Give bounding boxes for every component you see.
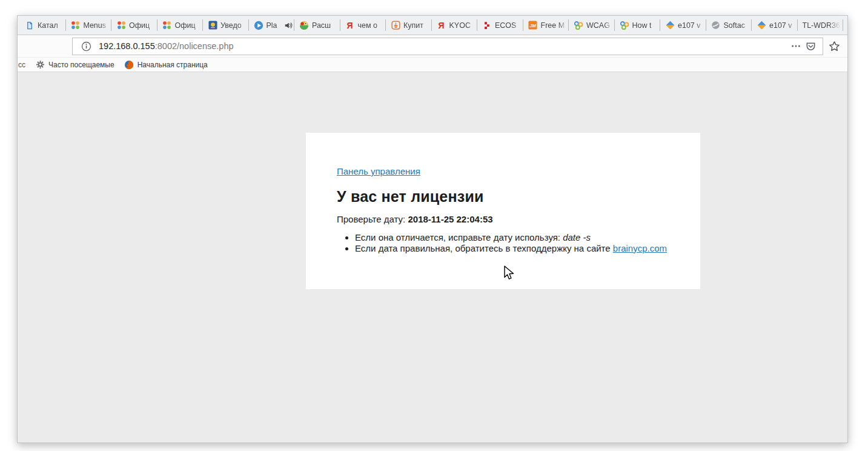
bookmark-home-page[interactable]: Начальная страница [124, 60, 208, 70]
brainycp-link[interactable]: brainycp.com [613, 243, 667, 253]
circles-icon [620, 21, 629, 30]
bookmark-overflow-label[interactable]: сс [18, 61, 25, 69]
tab-7[interactable]: Расш [294, 16, 340, 35]
softaculous-icon [711, 21, 721, 30]
tab-label: e107 v [678, 21, 706, 30]
url-path: :8002/nolicense.php [155, 41, 234, 51]
bookmark-frequently-visited[interactable]: Часто посещаемые [35, 60, 114, 70]
tab-11[interactable]: ECOS [477, 16, 523, 35]
tab-13[interactable]: WCAG [569, 16, 614, 35]
control-panel-link[interactable]: Панель управления [337, 166, 420, 176]
url-host: 192.168.0.155 [99, 41, 155, 51]
tab-2[interactable]: Menus [66, 16, 111, 35]
tab-bar: КаталMenusОфицОфицУведоPlaРасшЯчем оКупи… [18, 16, 847, 35]
tab-10[interactable]: ЯKYOC [432, 16, 477, 35]
bookmark-label: Начальная страница [137, 61, 208, 69]
kyocera-icon [482, 21, 492, 30]
e107-icon [757, 21, 766, 30]
tab-label: e107 v [769, 21, 797, 30]
url-bar[interactable]: 192.168.0.155:8002/nolicense.php [72, 38, 823, 55]
tab-label: How t [632, 21, 660, 30]
yandex-icon: Я [437, 21, 446, 30]
bookmark-label: Часто посещаемые [48, 61, 114, 69]
tab-8[interactable]: Ячем о [340, 16, 386, 35]
pocket-icon[interactable] [803, 39, 818, 53]
check-date-line: Проверьте дату: 2018-11-25 22:04:53 [337, 214, 676, 224]
tab-separator [843, 19, 843, 31]
tab-14[interactable]: How t [615, 16, 660, 35]
tab-9[interactable]: Купит [386, 16, 431, 35]
tab-3[interactable]: Офиц [111, 16, 157, 35]
page-content: Панель управления У вас нет лицензии Про… [18, 72, 847, 443]
bookmark-star-icon[interactable] [826, 38, 843, 55]
url-text[interactable]: 192.168.0.155:8002/nolicense.php [99, 41, 234, 51]
tab-label: WCAG [586, 21, 614, 30]
badge-icon [208, 21, 217, 30]
tab-17[interactable]: e107 v [752, 16, 797, 35]
gear-icon [35, 60, 45, 70]
tab-label: Pla [267, 21, 282, 30]
list-item: Если она отличается, исправьте дату испо… [355, 232, 676, 243]
navigation-toolbar: 192.168.0.155:8002/nolicense.php [18, 35, 847, 58]
tab-15[interactable]: e107 v [660, 16, 706, 35]
bullet-text: Если дата правильная, обратитесь в техпо… [355, 243, 613, 253]
tab-label: Расш [312, 21, 340, 30]
document-icon [25, 21, 35, 30]
tab-label: Катал [38, 21, 65, 30]
yandex-icon: Я [345, 21, 355, 30]
tab-1[interactable]: Катал [20, 16, 65, 35]
tab-label: Softac [724, 21, 752, 30]
joomla-icon [162, 21, 172, 30]
joomla-icon [71, 21, 81, 30]
tab-12[interactable]: JMFree M [523, 16, 569, 35]
list-item: Если дата правильная, обратитесь в техпо… [355, 243, 676, 254]
bookmarks-bar: сс Часто посещаемые Начальная страница [18, 58, 847, 72]
e107-icon [665, 21, 675, 30]
tab-label: Офиц [129, 21, 157, 30]
page-title: У вас нет лицензии [337, 188, 676, 205]
firefox-icon [124, 60, 134, 70]
tab-label: Menus [84, 21, 111, 30]
instructions-list: Если она отличается, исправьте дату испо… [355, 232, 676, 253]
license-error-card: Панель управления У вас нет лицензии Про… [306, 133, 700, 289]
tab-label: чем о [358, 21, 386, 30]
tab-label: Офиц [175, 21, 203, 30]
play-icon [254, 21, 263, 30]
bullet-text: Если она отличается, исправьте дату испо… [355, 232, 563, 242]
tab-audio-icon[interactable] [284, 21, 293, 30]
click-hand-icon [391, 21, 400, 30]
joomla-monster-icon: JM [528, 21, 538, 30]
tab-6[interactable]: Pla [249, 16, 294, 35]
tab-label: TL-WDR36 [803, 21, 843, 30]
tab-label: Free M [541, 21, 569, 30]
tab-16[interactable]: Softac [706, 16, 752, 35]
tab-label: Уведо [220, 21, 248, 30]
site-info-icon[interactable] [79, 39, 93, 53]
circles-icon [574, 21, 583, 30]
svg-text:JM: JM [529, 23, 536, 28]
date-value: 2018-11-25 22:04:53 [408, 214, 492, 224]
date-command: date -s [563, 232, 591, 242]
page-actions-icon[interactable] [789, 39, 803, 53]
joomla-icon [116, 21, 126, 30]
tab-label: KYOC [449, 21, 477, 30]
browser-ball-icon [299, 21, 309, 30]
tab-5[interactable]: Уведо [203, 16, 248, 35]
tab-18[interactable]: TL-WDR36 [798, 16, 843, 35]
browser-window: КаталMenusОфицОфицУведоPlaРасшЯчем оКупи… [17, 15, 848, 443]
tab-label: ECOS [495, 21, 523, 30]
tab-label: Купит [403, 21, 431, 30]
tab-4[interactable]: Офиц [157, 16, 203, 35]
check-date-label: Проверьте дату: [337, 214, 408, 224]
